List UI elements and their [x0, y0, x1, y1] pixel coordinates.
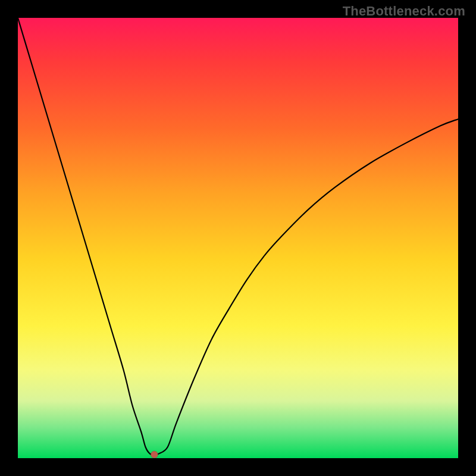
plot-area — [18, 18, 458, 458]
curve-layer — [18, 18, 458, 458]
minimum-marker — [151, 451, 158, 458]
chart-stage: TheBottleneck.com — [0, 0, 476, 476]
watermark-text: TheBottleneck.com — [343, 4, 465, 19]
bottleneck-curve — [18, 18, 458, 455]
